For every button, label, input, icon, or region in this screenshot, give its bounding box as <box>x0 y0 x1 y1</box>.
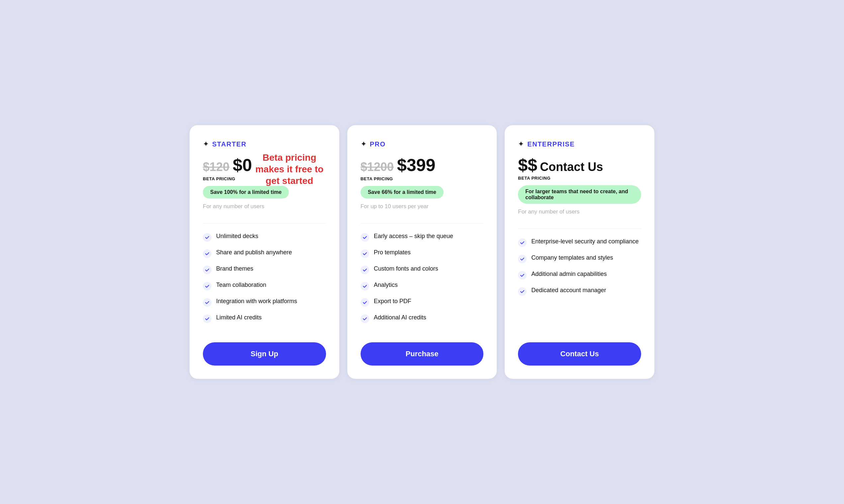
starter-plan-name: STARTER <box>212 141 246 148</box>
feature-label: Custom fonts and colors <box>374 265 438 272</box>
list-item: Limited AI credits <box>203 314 326 323</box>
pro-plan-name: PRO <box>370 141 386 148</box>
feature-label: Analytics <box>374 282 398 289</box>
enterprise-header: ✦ ENTERPRISE $$ Contact Us BETA PRICING … <box>518 140 641 226</box>
feature-label: Additional AI credits <box>374 314 426 321</box>
check-icon <box>518 287 526 296</box>
pro-purchase-button[interactable]: Purchase <box>361 342 484 365</box>
pro-divider <box>361 223 484 223</box>
enterprise-card: ✦ ENTERPRISE $$ Contact Us BETA PRICING … <box>505 125 654 379</box>
enterprise-features-list: Enterprise-level security and compliance… <box>518 238 641 330</box>
pro-header: ✦ PRO $1200 $399 BETA PRICING Save 66% f… <box>361 140 484 220</box>
feature-label: Team collaboration <box>216 282 266 289</box>
starter-features-list: Unlimited decks Share and publish anywhe… <box>203 233 326 330</box>
enterprise-price-row: $$ Contact Us <box>518 155 641 175</box>
check-icon <box>518 238 526 247</box>
check-icon <box>361 298 369 307</box>
feature-label: Integration with work platforms <box>216 298 297 305</box>
feature-label: Enterprise-level security and compliance <box>531 238 639 245</box>
feature-label: Brand themes <box>216 265 253 272</box>
feature-label: Pro templates <box>374 249 411 256</box>
list-item: Custom fonts and colors <box>361 265 484 274</box>
check-icon <box>361 266 369 274</box>
pro-savings-badge: Save 66% for a limited time <box>361 186 444 199</box>
pro-users-note: For up to 10 users per year <box>361 203 484 210</box>
list-item: Company templates and styles <box>518 254 641 263</box>
feature-label: Dedicated account manager <box>531 287 606 294</box>
enterprise-sparkle-icon: ✦ <box>518 140 524 148</box>
pro-current-price: $399 <box>397 155 436 175</box>
list-item: Analytics <box>361 282 484 290</box>
feature-label: Unlimited decks <box>216 233 258 240</box>
check-icon <box>518 255 526 263</box>
starter-price-section: $120 $0 <box>203 155 252 175</box>
list-item: Unlimited decks <box>203 233 326 242</box>
starter-header: ✦ STARTER $120 $0 Beta pricing makes it … <box>203 140 326 220</box>
check-icon <box>203 249 212 258</box>
feature-label: Early access – skip the queue <box>374 233 453 240</box>
pro-label-row: ✦ PRO <box>361 140 484 148</box>
enterprise-label-row: ✦ ENTERPRISE <box>518 140 641 148</box>
pro-original-price: $1200 <box>361 160 394 174</box>
starter-price-row: $120 $0 Beta pricing makes it free to ge… <box>203 155 326 175</box>
check-icon <box>518 271 526 280</box>
list-item: Brand themes <box>203 265 326 274</box>
starter-signup-button[interactable]: Sign Up <box>203 342 326 365</box>
list-item: Early access – skip the queue <box>361 233 484 242</box>
enterprise-price-symbol: $$ <box>518 155 537 175</box>
starter-current-price: $0 <box>233 155 252 175</box>
feature-label: Company templates and styles <box>531 254 613 261</box>
check-icon <box>361 233 369 242</box>
check-icon <box>203 298 212 307</box>
list-item: Enterprise-level security and compliance <box>518 238 641 247</box>
starter-divider <box>203 223 326 223</box>
enterprise-contact-button[interactable]: Contact Us <box>518 342 641 365</box>
enterprise-beta-label: BETA PRICING <box>518 176 641 181</box>
starter-users-note: For any number of users <box>203 203 326 210</box>
feature-label: Export to PDF <box>374 298 411 305</box>
check-icon <box>203 314 212 323</box>
list-item: Pro templates <box>361 249 484 258</box>
enterprise-price-text: Contact Us <box>540 160 603 174</box>
check-icon <box>361 314 369 323</box>
enterprise-divider <box>518 229 641 229</box>
check-icon <box>203 266 212 274</box>
enterprise-plan-name: ENTERPRISE <box>527 141 575 148</box>
check-icon <box>203 233 212 242</box>
pro-sparkle-icon: ✦ <box>361 140 366 148</box>
enterprise-users-note: For any number of users <box>518 209 641 215</box>
starter-label-row: ✦ STARTER <box>203 140 326 148</box>
pro-beta-label: BETA PRICING <box>361 176 484 181</box>
list-item: Export to PDF <box>361 298 484 307</box>
list-item: Team collaboration <box>203 282 326 290</box>
check-icon <box>361 282 369 290</box>
list-item: Additional admin capabilities <box>518 271 641 280</box>
starter-sparkle-icon: ✦ <box>203 140 209 148</box>
pricing-container: ✦ STARTER $120 $0 Beta pricing makes it … <box>190 125 654 379</box>
pro-card: ✦ PRO $1200 $399 BETA PRICING Save 66% f… <box>347 125 497 379</box>
list-item: Integration with work platforms <box>203 298 326 307</box>
starter-beta-callout: Beta pricing makes it free to get starte… <box>253 152 326 186</box>
starter-savings-badge: Save 100% for a limited time <box>203 186 289 199</box>
list-item: Share and publish anywhere <box>203 249 326 258</box>
pro-price-row: $1200 $399 <box>361 155 484 175</box>
feature-label: Share and publish anywhere <box>216 249 292 256</box>
check-icon <box>203 282 212 290</box>
list-item: Dedicated account manager <box>518 287 641 296</box>
list-item: Additional AI credits <box>361 314 484 323</box>
check-icon <box>361 249 369 258</box>
starter-original-price: $120 <box>203 160 230 174</box>
pro-features-list: Early access – skip the queue Pro templa… <box>361 233 484 330</box>
feature-label: Additional admin capabilities <box>531 271 607 277</box>
feature-label: Limited AI credits <box>216 314 262 321</box>
enterprise-savings-badge: For larger teams that need to create, an… <box>518 185 641 204</box>
starter-card: ✦ STARTER $120 $0 Beta pricing makes it … <box>190 125 339 379</box>
